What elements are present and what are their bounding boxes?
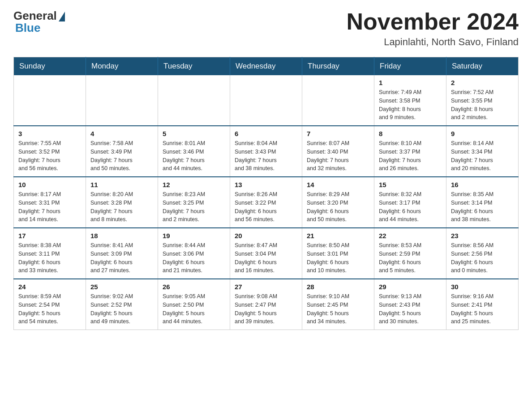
- header-thursday: Thursday: [302, 57, 374, 76]
- day-info: Sunrise: 8:10 AM Sunset: 3:37 PM Dayligh…: [379, 139, 442, 173]
- day-number: 9: [451, 130, 514, 137]
- day-number: 8: [379, 130, 442, 137]
- calendar-cell-w4-d2: 18Sunrise: 8:41 AM Sunset: 3:09 PM Dayli…: [86, 228, 158, 279]
- day-number: 13: [235, 181, 297, 188]
- day-info: Sunrise: 8:29 AM Sunset: 3:20 PM Dayligh…: [307, 190, 369, 224]
- day-info: Sunrise: 8:04 AM Sunset: 3:43 PM Dayligh…: [235, 139, 297, 173]
- day-number: 28: [307, 283, 369, 291]
- day-info: Sunrise: 8:26 AM Sunset: 3:22 PM Dayligh…: [235, 190, 297, 224]
- calendar-cell-w1-d2: [86, 75, 158, 126]
- day-number: 3: [18, 130, 81, 137]
- calendar-cell-w3-d5: 14Sunrise: 8:29 AM Sunset: 3:20 PM Dayli…: [302, 177, 374, 228]
- calendar-cell-w5-d2: 25Sunrise: 9:02 AM Sunset: 2:52 PM Dayli…: [86, 279, 158, 330]
- day-info: Sunrise: 9:16 AM Sunset: 2:41 PM Dayligh…: [451, 292, 514, 326]
- header-tuesday: Tuesday: [158, 57, 230, 76]
- calendar-cell-w2-d3: 5Sunrise: 8:01 AM Sunset: 3:46 PM Daylig…: [158, 126, 230, 177]
- day-number: 22: [379, 232, 442, 240]
- day-info: Sunrise: 8:41 AM Sunset: 3:09 PM Dayligh…: [90, 241, 153, 275]
- calendar-week-1: 1Sunrise: 7:49 AM Sunset: 3:58 PM Daylig…: [14, 75, 519, 126]
- day-info: Sunrise: 7:52 AM Sunset: 3:55 PM Dayligh…: [451, 88, 514, 122]
- calendar-cell-w5-d6: 29Sunrise: 9:13 AM Sunset: 2:43 PM Dayli…: [374, 279, 446, 330]
- calendar-cell-w3-d2: 11Sunrise: 8:20 AM Sunset: 3:28 PM Dayli…: [86, 177, 158, 228]
- calendar-cell-w1-d3: [158, 75, 230, 126]
- day-info: Sunrise: 8:01 AM Sunset: 3:46 PM Dayligh…: [163, 139, 225, 173]
- calendar-week-4: 17Sunrise: 8:38 AM Sunset: 3:11 PM Dayli…: [14, 228, 519, 279]
- day-info: Sunrise: 8:50 AM Sunset: 3:01 PM Dayligh…: [307, 241, 369, 275]
- calendar-cell-w3-d1: 10Sunrise: 8:17 AM Sunset: 3:31 PM Dayli…: [14, 177, 86, 228]
- day-info: Sunrise: 9:02 AM Sunset: 2:52 PM Dayligh…: [90, 292, 153, 326]
- logo-triangle-icon: [59, 12, 65, 21]
- day-number: 1: [379, 79, 442, 86]
- day-number: 21: [307, 232, 369, 240]
- calendar-cell-w1-d5: [302, 75, 374, 126]
- calendar-cell-w5-d1: 24Sunrise: 8:59 AM Sunset: 2:54 PM Dayli…: [14, 279, 86, 330]
- day-info: Sunrise: 7:58 AM Sunset: 3:49 PM Dayligh…: [90, 139, 153, 173]
- day-number: 7: [307, 130, 369, 137]
- calendar-cell-w2-d1: 3Sunrise: 7:55 AM Sunset: 3:52 PM Daylig…: [14, 126, 86, 177]
- location-title: Lapinlahti, North Savo, Finland: [347, 36, 519, 48]
- page-header: General Blue November 2024 Lapinlahti, N…: [13, 9, 519, 48]
- day-info: Sunrise: 8:47 AM Sunset: 3:04 PM Dayligh…: [235, 241, 297, 275]
- calendar-cell-w4-d4: 20Sunrise: 8:47 AM Sunset: 3:04 PM Dayli…: [230, 228, 302, 279]
- day-info: Sunrise: 8:23 AM Sunset: 3:25 PM Dayligh…: [163, 190, 225, 224]
- calendar-cell-w4-d7: 23Sunrise: 8:56 AM Sunset: 2:56 PM Dayli…: [446, 228, 519, 279]
- calendar-cell-w3-d7: 16Sunrise: 8:35 AM Sunset: 3:14 PM Dayli…: [446, 177, 519, 228]
- header-saturday: Saturday: [446, 57, 519, 76]
- day-info: Sunrise: 9:13 AM Sunset: 2:43 PM Dayligh…: [379, 292, 442, 326]
- day-info: Sunrise: 9:08 AM Sunset: 2:47 PM Dayligh…: [235, 292, 297, 326]
- header-wednesday: Wednesday: [230, 57, 302, 76]
- day-number: 16: [451, 181, 514, 188]
- calendar-cell-w5-d3: 26Sunrise: 9:05 AM Sunset: 2:50 PM Dayli…: [158, 279, 230, 330]
- day-info: Sunrise: 8:14 AM Sunset: 3:34 PM Dayligh…: [451, 139, 514, 173]
- day-number: 10: [18, 181, 81, 188]
- day-number: 27: [235, 283, 297, 291]
- header-sunday: Sunday: [14, 57, 86, 76]
- day-number: 12: [163, 181, 225, 188]
- day-number: 19: [163, 232, 225, 240]
- calendar-cell-w5-d7: 30Sunrise: 9:16 AM Sunset: 2:41 PM Dayli…: [446, 279, 519, 330]
- day-info: Sunrise: 8:59 AM Sunset: 2:54 PM Dayligh…: [18, 292, 81, 326]
- calendar-cell-w1-d1: [14, 75, 86, 126]
- day-number: 15: [379, 181, 442, 188]
- calendar-cell-w4-d1: 17Sunrise: 8:38 AM Sunset: 3:11 PM Dayli…: [14, 228, 86, 279]
- day-number: 29: [379, 283, 442, 291]
- calendar-cell-w4-d5: 21Sunrise: 8:50 AM Sunset: 3:01 PM Dayli…: [302, 228, 374, 279]
- logo: General Blue: [13, 9, 65, 35]
- day-number: 30: [451, 283, 514, 291]
- day-info: Sunrise: 8:44 AM Sunset: 3:06 PM Dayligh…: [163, 241, 225, 275]
- day-number: 20: [235, 232, 297, 240]
- day-info: Sunrise: 7:55 AM Sunset: 3:52 PM Dayligh…: [18, 139, 81, 173]
- title-section: November 2024 Lapinlahti, North Savo, Fi…: [347, 9, 519, 48]
- header-friday: Friday: [374, 57, 446, 76]
- calendar-week-3: 10Sunrise: 8:17 AM Sunset: 3:31 PM Dayli…: [14, 177, 519, 228]
- day-number: 2: [451, 79, 514, 86]
- calendar-cell-w3-d6: 15Sunrise: 8:32 AM Sunset: 3:17 PM Dayli…: [374, 177, 446, 228]
- calendar-cell-w2-d5: 7Sunrise: 8:07 AM Sunset: 3:40 PM Daylig…: [302, 126, 374, 177]
- day-info: Sunrise: 8:35 AM Sunset: 3:14 PM Dayligh…: [451, 190, 514, 224]
- day-info: Sunrise: 8:20 AM Sunset: 3:28 PM Dayligh…: [90, 190, 153, 224]
- calendar-cell-w5-d5: 28Sunrise: 9:10 AM Sunset: 2:45 PM Dayli…: [302, 279, 374, 330]
- day-number: 17: [18, 232, 81, 240]
- calendar-week-2: 3Sunrise: 7:55 AM Sunset: 3:52 PM Daylig…: [14, 126, 519, 177]
- calendar-cell-w2-d6: 8Sunrise: 8:10 AM Sunset: 3:37 PM Daylig…: [374, 126, 446, 177]
- calendar-cell-w2-d4: 6Sunrise: 8:04 AM Sunset: 3:43 PM Daylig…: [230, 126, 302, 177]
- day-info: Sunrise: 8:07 AM Sunset: 3:40 PM Dayligh…: [307, 139, 369, 173]
- calendar-header-row: SundayMondayTuesdayWednesdayThursdayFrid…: [14, 57, 519, 76]
- day-number: 25: [90, 283, 153, 291]
- day-number: 5: [163, 130, 225, 137]
- day-info: Sunrise: 8:32 AM Sunset: 3:17 PM Dayligh…: [379, 190, 442, 224]
- day-info: Sunrise: 8:56 AM Sunset: 2:56 PM Dayligh…: [451, 241, 514, 275]
- calendar-cell-w4-d6: 22Sunrise: 8:53 AM Sunset: 2:59 PM Dayli…: [374, 228, 446, 279]
- calendar-cell-w4-d3: 19Sunrise: 8:44 AM Sunset: 3:06 PM Dayli…: [158, 228, 230, 279]
- day-number: 14: [307, 181, 369, 188]
- day-info: Sunrise: 8:17 AM Sunset: 3:31 PM Dayligh…: [18, 190, 81, 224]
- day-number: 24: [18, 283, 81, 291]
- header-monday: Monday: [86, 57, 158, 76]
- day-number: 11: [90, 181, 153, 188]
- day-number: 23: [451, 232, 514, 240]
- day-info: Sunrise: 8:53 AM Sunset: 2:59 PM Dayligh…: [379, 241, 442, 275]
- calendar-cell-w1-d4: [230, 75, 302, 126]
- day-info: Sunrise: 7:49 AM Sunset: 3:58 PM Dayligh…: [379, 88, 442, 122]
- month-title: November 2024: [347, 9, 519, 34]
- logo-blue-text: Blue: [15, 21, 40, 35]
